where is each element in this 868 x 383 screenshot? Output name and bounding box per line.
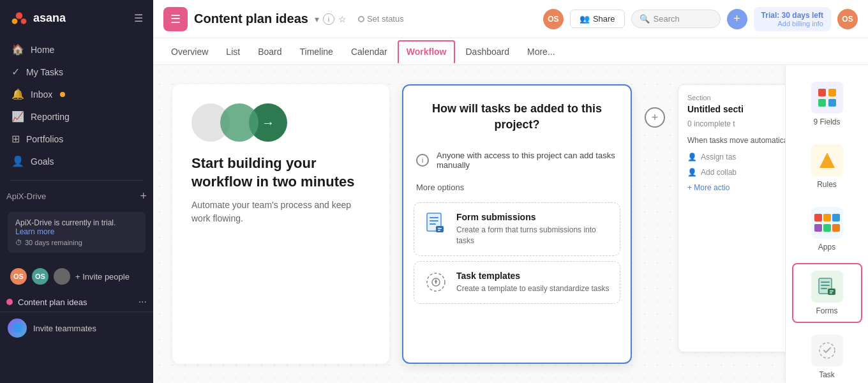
tab-overview[interactable]: Overview [163, 41, 216, 62]
start-card-title: Start building your workflow in two minu… [191, 154, 370, 191]
section-label: Section [687, 94, 785, 101]
sidebar-item-home[interactable]: 🏠 Home [5, 38, 148, 61]
tabs-bar: Overview List Board Timeline Calendar Wo… [153, 38, 868, 65]
svg-rect-6 [430, 220, 438, 222]
modal-title: How will tasks be added to this project? [419, 101, 615, 133]
svg-rect-13 [818, 89, 826, 96]
content-area: → Start building your workflow in two mi… [153, 65, 868, 383]
user-row[interactable]: OS OS + Invite people [5, 263, 148, 290]
form-submissions-desc: Create a form that turns submissions int… [456, 225, 610, 246]
circle-green-light [220, 103, 258, 142]
topbar: ☰ Content plan ideas ▾ i ☆ Set status OS… [153, 0, 868, 38]
svg-point-0 [16, 12, 23, 19]
chevron-down-icon[interactable]: ▾ [315, 14, 319, 24]
star-icon[interactable]: ☆ [338, 14, 347, 24]
svg-rect-21 [814, 224, 822, 232]
sidebar-item-portfolios[interactable]: ⊞ Portfolios [5, 128, 148, 150]
sidebar-item-inbox[interactable]: 🔔 Inbox [5, 83, 148, 105]
title-icons: ▾ i ☆ [315, 13, 347, 25]
add-button[interactable]: + [727, 9, 747, 29]
more-actions-row[interactable]: + More actio [687, 183, 785, 192]
sidebar-item-goals[interactable]: 👤 Goals [5, 150, 148, 172]
svg-rect-18 [814, 214, 822, 222]
tab-calendar[interactable]: Calendar [343, 41, 395, 62]
check-icon: ✓ [11, 66, 20, 78]
avatar-os2: OS [32, 268, 49, 285]
set-status-button[interactable]: Set status [353, 11, 409, 26]
asana-logo: asana [10, 9, 66, 27]
invite-teammates-row[interactable]: 🌐 Invite teammates [0, 312, 153, 344]
inbox-label: Inbox [31, 89, 52, 100]
add-workspace-icon[interactable]: + [140, 190, 147, 203]
status-circle-icon [358, 16, 364, 22]
portfolios-label: Portfolios [26, 134, 63, 144]
sidebar-item-my-tasks[interactable]: ✓ My Tasks [5, 61, 148, 83]
svg-point-2 [21, 19, 27, 24]
invite-people-label[interactable]: + Invite people [75, 272, 130, 282]
task-templates-card[interactable]: Task templates Create a template to easi… [414, 261, 620, 304]
info-icon[interactable]: i [323, 13, 334, 25]
svg-rect-9 [438, 228, 442, 229]
trial-days: ⏱ 30 days remaining [15, 239, 138, 246]
more-options-label: More options [403, 177, 631, 197]
task-templates-content: Task templates Create a template to easi… [456, 271, 609, 294]
svg-point-1 [12, 19, 18, 24]
svg-rect-15 [818, 99, 826, 107]
bell-icon: 🔔 [11, 88, 24, 100]
tab-list[interactable]: List [218, 41, 248, 62]
learn-more-link[interactable]: Learn more [15, 227, 54, 236]
share-button[interactable]: 👥 Share [570, 10, 625, 28]
workspace-name: ApiX-Drive [6, 192, 46, 201]
add-billing-link[interactable]: Add billing info [761, 20, 823, 27]
panel-item-forms[interactable]: Forms [792, 263, 862, 323]
project-item-content-plan[interactable]: Content plan ideas ··· [0, 292, 153, 312]
tab-more[interactable]: More... [520, 41, 563, 62]
topbar-right: OS 👥 Share 🔍 Search + Trial: 30 days lef… [543, 7, 858, 31]
form-submissions-title: Form submissions [456, 212, 610, 222]
add-section-button[interactable]: + [645, 107, 665, 128]
sidebar-toggle-icon[interactable]: ☰ [134, 12, 143, 24]
fields-label: 9 Fields [813, 117, 840, 126]
tab-dashboard[interactable]: Dashboard [458, 41, 517, 62]
person-icon: 👤 [11, 155, 24, 167]
search-box[interactable]: 🔍 Search [631, 10, 721, 28]
svg-rect-10 [438, 230, 440, 231]
topbar-avatar[interactable]: OS [543, 9, 564, 29]
panel-item-task[interactable]: Task [792, 328, 862, 383]
rules-label: Rules [817, 180, 837, 189]
svg-rect-26 [821, 282, 830, 283]
tab-board[interactable]: Board [250, 41, 289, 62]
trial-box: ApiX-Drive is currently in trial. Learn … [8, 212, 146, 253]
task-template-icon [424, 271, 447, 294]
forms-icon-container [811, 271, 843, 303]
sidebar: asana ☰ 🏠 Home ✓ My Tasks 🔔 Inbox 📈 Repo… [0, 0, 153, 383]
plus-area: + [645, 84, 665, 364]
add-collab-row: 👤 Add collab [687, 168, 785, 177]
panel-item-fields[interactable]: 9 Fields [792, 75, 862, 133]
user-avatar-topbar[interactable]: OS [837, 9, 858, 29]
sidebar-divider [10, 180, 143, 181]
sidebar-header: asana ☰ [0, 0, 153, 36]
tab-workflow[interactable]: Workflow [398, 40, 456, 63]
project-more-icon[interactable]: ··· [138, 296, 147, 308]
panel-item-apps[interactable]: Apps [792, 200, 862, 258]
trial-badge: Trial: 30 days left Add billing info [754, 7, 831, 31]
manual-option-row[interactable]: i Anyone with access to this project can… [403, 143, 631, 177]
svg-rect-7 [430, 223, 436, 225]
project-icon-btn[interactable]: ☰ [163, 7, 188, 31]
topbar-left: ☰ Content plan ideas ▾ i ☆ Set status [163, 7, 409, 31]
tasks-modal: How will tasks be added to this project?… [402, 84, 632, 364]
goals-label: Goals [31, 156, 54, 167]
fields-icon-container [811, 82, 843, 114]
invite-avatar: 🌐 [8, 319, 27, 338]
grid-icon: ⊞ [11, 133, 20, 145]
form-submissions-card[interactable]: Form submissions Create a form that turn… [414, 202, 620, 256]
project-title: Content plan ideas [194, 11, 308, 26]
start-card-description: Automate your team's process and keep wo… [191, 199, 370, 225]
sidebar-item-reporting[interactable]: 📈 Reporting [5, 105, 148, 128]
avatar-os1: OS [10, 268, 27, 285]
panel-item-rules[interactable]: Rules [792, 138, 862, 195]
svg-rect-19 [823, 214, 831, 222]
tab-timeline[interactable]: Timeline [292, 41, 341, 62]
chart-icon: 📈 [11, 110, 24, 123]
